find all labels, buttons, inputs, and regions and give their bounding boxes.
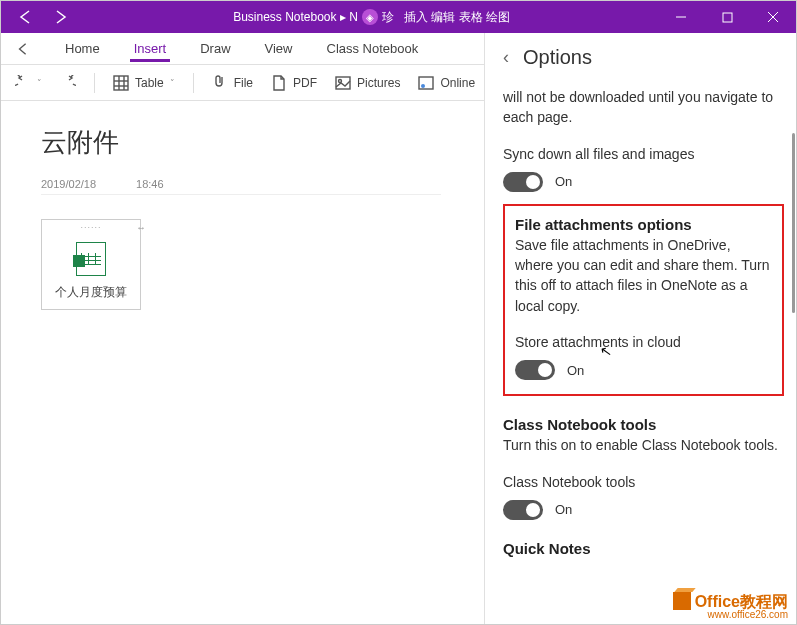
online-label: Online <box>440 76 475 90</box>
gem-badge-icon: ◈ <box>362 9 378 25</box>
class-notebook-toggle[interactable] <box>503 500 543 520</box>
file-button[interactable]: File <box>212 75 253 91</box>
options-pane: ‹ Options will not be downloaded until y… <box>484 33 796 624</box>
store-cloud-label: Store attachments in cloud <box>515 332 772 352</box>
history-forward-button[interactable] <box>53 9 69 25</box>
attachment-filename: 个人月度预算 <box>46 284 136 301</box>
sync-all-toggle[interactable] <box>503 172 543 192</box>
class-notebook-label: Class Notebook tools <box>503 472 784 492</box>
pdf-label: PDF <box>293 76 317 90</box>
page-canvas[interactable]: 云附件 2019/02/18 18:46 ∙∙∙∙∙∙ ↔ 个人月度预算 <box>1 101 481 624</box>
separator <box>94 73 95 93</box>
table-label: Table <box>135 76 164 90</box>
file-attachments-section: File attachments options Save file attac… <box>503 204 784 396</box>
excel-file-icon <box>76 242 106 276</box>
maximize-button[interactable] <box>704 1 750 33</box>
file-attachments-title: File attachments options <box>515 216 772 233</box>
tab-insert[interactable]: Insert <box>130 35 171 62</box>
watermark-brand: Office教程网 <box>695 593 788 610</box>
options-title: Options <box>523 46 592 69</box>
tab-class-notebook[interactable]: Class Notebook <box>323 35 423 62</box>
file-attachment[interactable]: ∙∙∙∙∙∙ ↔ 个人月度预算 <box>41 219 141 310</box>
page-title[interactable]: 云附件 <box>41 125 441 160</box>
svg-point-10 <box>421 84 425 88</box>
close-button[interactable] <box>750 1 796 33</box>
pictures-button[interactable]: Pictures <box>335 75 400 91</box>
resize-handle-icon[interactable]: ↔ <box>136 222 146 233</box>
svg-rect-1 <box>723 13 732 22</box>
tab-draw[interactable]: Draw <box>196 35 234 62</box>
class-notebook-desc: Turn this on to enable Class Notebook to… <box>503 435 784 455</box>
gem-menu[interactable]: 插入 编辑 表格 绘图 <box>404 9 510 26</box>
page-meta: 2019/02/18 18:46 <box>41 178 441 195</box>
gem-badge-label: 珍 <box>382 9 394 26</box>
file-label: File <box>234 76 253 90</box>
separator <box>193 73 194 93</box>
redo-button[interactable] <box>60 75 76 91</box>
tab-home[interactable]: Home <box>61 35 104 62</box>
pictures-label: Pictures <box>357 76 400 90</box>
history-back-button[interactable] <box>17 9 33 25</box>
page-time: 18:46 <box>136 178 164 190</box>
quick-notes-title: Quick Notes <box>503 540 784 557</box>
minimize-button[interactable] <box>658 1 704 33</box>
store-cloud-state: On <box>567 363 584 378</box>
svg-point-8 <box>339 79 342 82</box>
tab-view[interactable]: View <box>261 35 297 62</box>
page-date: 2019/02/18 <box>41 178 96 190</box>
window-title: Business Notebook ▸ N <box>233 10 358 24</box>
scrollbar-thumb[interactable] <box>792 133 795 313</box>
table-button[interactable]: Table˅ <box>113 75 175 91</box>
options-partial-text: will not be downloaded until you navigat… <box>503 87 784 128</box>
watermark-logo-icon <box>673 592 691 610</box>
sync-all-label: Sync down all files and images <box>503 144 784 164</box>
svg-rect-2 <box>114 76 128 90</box>
title-bar: Business Notebook ▸ N ◈ 珍 插入 编辑 表格 绘图 <box>1 1 796 33</box>
drag-handle-icon[interactable]: ∙∙∙∙∙∙ <box>80 222 101 232</box>
watermark-url: www.office26.com <box>673 610 788 620</box>
svg-rect-9 <box>419 77 433 89</box>
online-button[interactable]: Online <box>418 75 475 91</box>
class-notebook-state: On <box>555 502 572 517</box>
tab-back-button[interactable] <box>11 42 35 56</box>
watermark: Office教程网 www.office26.com <box>673 589 788 620</box>
sync-all-state: On <box>555 174 572 189</box>
pdf-button[interactable]: PDF <box>271 75 317 91</box>
class-notebook-title: Class Notebook tools <box>503 416 784 433</box>
store-cloud-toggle[interactable] <box>515 360 555 380</box>
file-attachments-desc: Save file attachments in OneDrive, where… <box>515 235 772 316</box>
undo-button[interactable]: ˅ <box>15 75 42 91</box>
options-back-button[interactable]: ‹ <box>503 47 509 68</box>
